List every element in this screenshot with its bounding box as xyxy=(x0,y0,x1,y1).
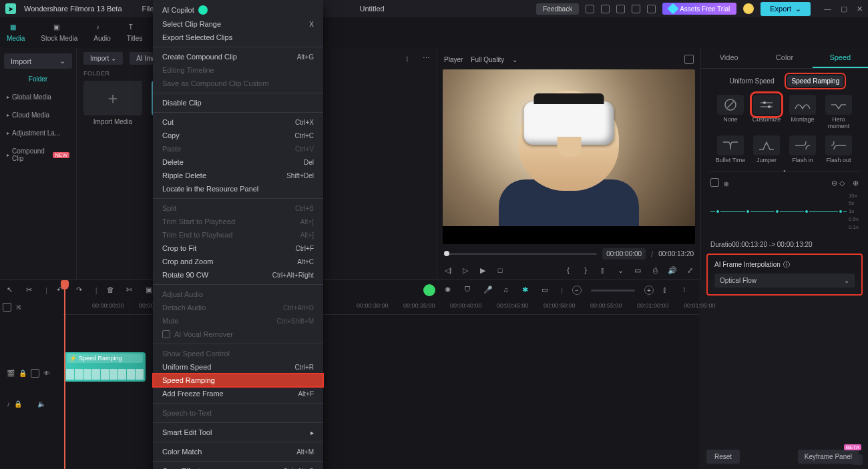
preset-flash-in[interactable]: Flash in xyxy=(787,135,819,164)
marker-icon[interactable]: ✺ xyxy=(445,286,455,296)
context-item-crop-to-fit[interactable]: Crop to FitCtrl+F xyxy=(153,242,323,255)
context-item-delete[interactable]: DeleteDel xyxy=(153,155,323,169)
cloud-icon[interactable] xyxy=(616,5,625,13)
ai-sparkle-icon[interactable]: ✱ xyxy=(522,286,532,296)
context-item-create-compound-clip[interactable]: Create Compound ClipAlt+G xyxy=(153,50,323,63)
timeline-clip[interactable]: ⚡Speed Ramping xyxy=(64,352,146,382)
context-item-crop-and-zoom[interactable]: Crop and ZoomAlt+C xyxy=(153,255,323,268)
ramp-keyframe[interactable] xyxy=(775,209,780,214)
redo-icon[interactable]: ↷ xyxy=(76,286,86,296)
context-item-cut[interactable]: CutCtrl+X xyxy=(153,115,323,129)
inspector-tab-speed[interactable]: Speed xyxy=(813,48,868,68)
import-dropdown[interactable]: Import⌄ xyxy=(4,53,72,69)
preset-bullet-time[interactable]: Bullet Time xyxy=(714,135,746,164)
ramp-keyframe[interactable] xyxy=(838,209,843,214)
key-nav-icon[interactable]: ◇ xyxy=(839,179,845,187)
image-icon[interactable] xyxy=(601,5,610,13)
eye-icon[interactable]: 👁 xyxy=(43,370,50,377)
music-icon[interactable]: ♫ xyxy=(503,286,513,296)
sidebar-item-global-media[interactable]: ▸Global Media xyxy=(4,89,72,105)
context-item-disable-clip[interactable]: Disable Clip xyxy=(153,96,323,109)
lock-icon[interactable]: 🔒 xyxy=(14,400,22,408)
shield-icon[interactable]: ⛉ xyxy=(464,286,474,296)
window-maximize-icon[interactable]: ▢ xyxy=(841,5,847,13)
info-icon[interactable]: ⓘ xyxy=(783,260,790,270)
chevron-down-icon[interactable]: ⌄ xyxy=(615,265,626,276)
window-minimize-icon[interactable]: — xyxy=(824,5,831,13)
monitor-icon[interactable] xyxy=(586,5,594,13)
play-backward-icon[interactable]: ◁| xyxy=(443,265,453,276)
audio-track-head[interactable]: ♪🔒 🔈 xyxy=(3,400,60,408)
tab-media[interactable]: ▦Media xyxy=(7,23,25,42)
preset-none[interactable]: None xyxy=(714,95,746,130)
snowflake-icon[interactable]: ❄ xyxy=(723,180,729,188)
remove-key-icon[interactable]: ⊖ xyxy=(831,179,837,187)
tab-stock-media[interactable]: ▣Stock Media xyxy=(41,23,77,42)
subtab-uniform-speed[interactable]: Uniform Speed xyxy=(726,75,779,87)
ramp-keyframe[interactable] xyxy=(745,209,750,214)
scrub-track[interactable] xyxy=(444,253,597,255)
play-icon[interactable]: ▶ xyxy=(477,265,488,276)
assets-trial-button[interactable]: Assets Free Trial xyxy=(662,3,736,15)
context-item-speed-ramping[interactable]: Speed Ramping xyxy=(153,374,323,387)
grid-toggle-icon[interactable] xyxy=(710,178,719,187)
context-item-uniform-speed[interactable]: Uniform SpeedCtrl+R xyxy=(153,360,323,374)
import-media-tile[interactable]: ＋ Import Media xyxy=(83,81,142,125)
context-item-export-selected-clips[interactable]: Export Selected Clips xyxy=(153,31,323,44)
context-item-add-freeze-frame[interactable]: Add Freeze FrameAlt+F xyxy=(153,387,323,400)
ratio-icon[interactable]: ⫿ xyxy=(598,265,608,276)
context-item-ai-copilot[interactable]: AI Copilot xyxy=(153,3,323,17)
volume-icon[interactable]: 🔊 xyxy=(667,265,678,276)
lock-icon[interactable]: 🔒 xyxy=(19,370,27,377)
preset-jumper[interactable]: Jumper xyxy=(750,135,783,164)
sidebar-item-compound-clip[interactable]: ▸Compound ClipNEW xyxy=(4,143,72,166)
mic-icon[interactable]: 🎤 xyxy=(483,286,493,296)
ramp-keyframe[interactable] xyxy=(715,209,720,214)
camera-icon[interactable]: ⎙ xyxy=(650,265,660,276)
zoom-out-icon[interactable]: − xyxy=(572,286,582,295)
folder-tab[interactable]: Folder xyxy=(4,71,72,87)
pointer-icon[interactable]: ↖ xyxy=(7,286,17,296)
context-item-copy-effect[interactable]: Copy EffectCtrl+Alt+C xyxy=(153,464,323,469)
more-icon[interactable]: ⋯ xyxy=(423,54,430,63)
context-item-copy[interactable]: CopyCtrl+C xyxy=(153,129,323,142)
context-item-ripple-delete[interactable]: Ripple DeleteShift+Del xyxy=(153,169,323,182)
preview-viewport[interactable] xyxy=(443,69,695,244)
track-row-switch[interactable]: ⤨ xyxy=(3,303,24,312)
scrub-handle[interactable] xyxy=(444,251,449,256)
context-item-locate-in-the-resource-panel[interactable]: Locate in the Resource Panel xyxy=(153,182,323,195)
feedback-button[interactable]: Feedback xyxy=(536,3,579,15)
record-icon[interactable] xyxy=(423,284,435,296)
prev-frame-icon[interactable]: ▷ xyxy=(460,265,471,276)
video-track-head[interactable]: 🎬🔒👁 xyxy=(3,369,60,378)
mark-in-icon[interactable]: { xyxy=(563,265,574,276)
tab-titles[interactable]: TTitles xyxy=(127,23,143,42)
add-key-icon[interactable]: ⊕ xyxy=(853,179,859,187)
fit-icon[interactable]: ⫿ xyxy=(663,286,673,296)
ramp-canvas[interactable]: 10x 5x 1x 0.5x 0.1x xyxy=(710,193,859,230)
mark-out-icon[interactable]: } xyxy=(580,265,591,276)
split-icon[interactable]: ✄ xyxy=(126,286,136,296)
download-icon[interactable] xyxy=(632,5,640,13)
zoom-in-icon[interactable]: + xyxy=(644,286,654,295)
context-item-rotate-90-cw[interactable]: Rotate 90 CWCtrl+Alt+Right xyxy=(153,268,323,282)
preset-montage[interactable]: Montage xyxy=(787,95,819,130)
zoom-slider[interactable] xyxy=(591,290,635,292)
tab-audio[interactable]: ♪Audio xyxy=(93,23,111,42)
sidebar-item-adjustment-layer[interactable]: ▸Adjustment La... xyxy=(4,125,72,141)
import-dropdown-2[interactable]: Import ⌄ xyxy=(83,52,123,65)
speaker-icon[interactable]: 🔈 xyxy=(37,400,45,408)
inspector-tab-color[interactable]: Color xyxy=(756,48,812,68)
snapshot-icon[interactable] xyxy=(684,55,694,64)
context-item-select-clip-range[interactable]: Select Clip RangeX xyxy=(153,17,323,31)
sidebar-item-cloud-media[interactable]: ▸Cloud Media xyxy=(4,107,72,123)
aspect-icon[interactable]: ▭ xyxy=(541,286,552,296)
delete-icon[interactable]: 🗑 xyxy=(107,286,117,296)
ramp-keyframe[interactable] xyxy=(804,209,809,214)
reset-button[interactable]: Reset xyxy=(706,450,740,464)
export-button[interactable]: Export⌄ xyxy=(761,2,811,16)
inspector-tab-video[interactable]: Video xyxy=(701,48,756,68)
menu-file[interactable]: File xyxy=(142,5,154,13)
context-item-smart-edit-tool[interactable]: Smart Edit Tool▸ xyxy=(153,426,323,439)
preset-hero-moment[interactable]: Hero moment xyxy=(823,95,855,130)
